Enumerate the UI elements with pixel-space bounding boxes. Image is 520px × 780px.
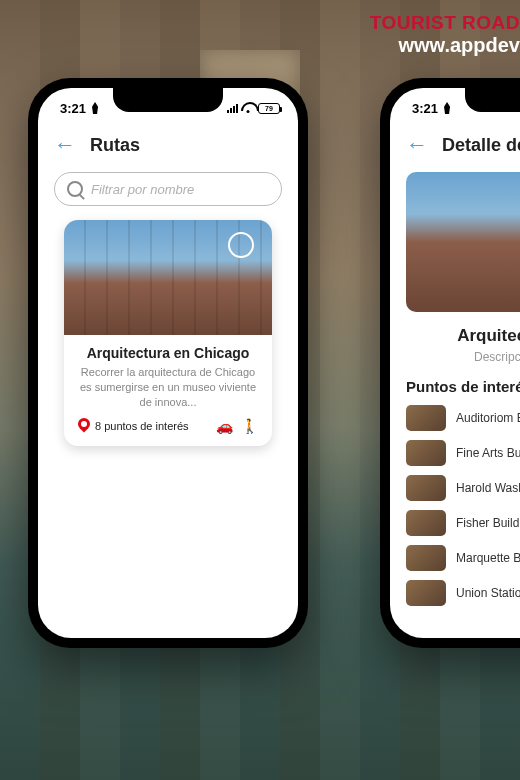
route-card-description: Recorrer la arquitectura de Chicago es s… — [78, 365, 258, 410]
walk-icon: 🚶 — [241, 418, 258, 434]
poi-thumbnail — [406, 475, 446, 501]
page-title: Rutas — [90, 135, 140, 156]
promo-banner: TOURIST ROAD www.appdev — [370, 12, 520, 57]
search-field[interactable] — [54, 172, 282, 206]
screen-header: ← Rutas — [38, 128, 298, 168]
search-icon — [67, 181, 83, 197]
poi-list: Auditoriom Building Fine Arts Building H… — [390, 405, 520, 606]
back-button[interactable]: ← — [406, 134, 428, 156]
poi-name: Fine Arts Building — [456, 446, 520, 460]
poi-section-heading: Puntos de interés — [406, 378, 520, 395]
banner-url: www.appdev — [370, 34, 520, 57]
route-card-image — [64, 220, 272, 335]
poi-list-item[interactable]: Harold Washington Li — [406, 475, 520, 501]
poi-list-item[interactable]: Marquette Building — [406, 545, 520, 571]
poi-list-item[interactable]: Auditoriom Building — [406, 405, 520, 431]
poi-thumbnail — [406, 545, 446, 571]
poi-list-item[interactable]: Fisher Building — [406, 510, 520, 536]
phone-notch — [113, 88, 223, 112]
phone-notch — [465, 88, 520, 112]
poi-name: Harold Washington Li — [456, 481, 520, 495]
route-hero-image — [406, 172, 520, 312]
flame-icon — [90, 102, 100, 114]
poi-name: Union Station — [456, 586, 520, 600]
page-title: Detalle de ruta — [442, 135, 520, 156]
banner-title: TOURIST ROAD — [370, 12, 520, 34]
flame-icon — [442, 102, 452, 114]
poi-thumbnail — [406, 440, 446, 466]
poi-name: Fisher Building — [456, 516, 520, 530]
poi-thumbnail — [406, 510, 446, 536]
search-input[interactable] — [91, 182, 269, 197]
route-card-title: Arquitectura en Chicago — [78, 345, 258, 361]
car-icon: 🚗 — [216, 418, 233, 434]
poi-thumbnail — [406, 405, 446, 431]
poi-count: 8 puntos de interés — [78, 418, 189, 434]
battery-icon: 79 — [258, 103, 280, 114]
back-button[interactable]: ← — [54, 134, 76, 156]
signal-icon — [227, 103, 238, 113]
route-detail-description: Descripción no di — [406, 350, 520, 364]
phone-mockup-detail: 3:21 79 ← Detalle de ruta Arquitectura e… — [380, 78, 520, 648]
phone-mockup-routes: 3:21 79 ← Rutas Arquitectura en Chicago … — [28, 78, 308, 648]
poi-list-item[interactable]: Union Station — [406, 580, 520, 606]
poi-count-label: 8 puntos de interés — [95, 420, 189, 432]
poi-name: Marquette Building — [456, 551, 520, 565]
route-detail-title: Arquitectura en — [406, 326, 520, 346]
route-card[interactable]: Arquitectura en Chicago Recorrer la arqu… — [64, 220, 272, 446]
screen-header: ← Detalle de ruta — [390, 128, 520, 168]
status-time: 3:21 — [60, 101, 86, 116]
status-time: 3:21 — [412, 101, 438, 116]
poi-name: Auditoriom Building — [456, 411, 520, 425]
wifi-icon — [241, 103, 255, 113]
poi-thumbnail — [406, 580, 446, 606]
transport-icons: 🚗 🚶 — [216, 418, 258, 434]
poi-list-item[interactable]: Fine Arts Building — [406, 440, 520, 466]
pin-icon — [78, 418, 90, 434]
